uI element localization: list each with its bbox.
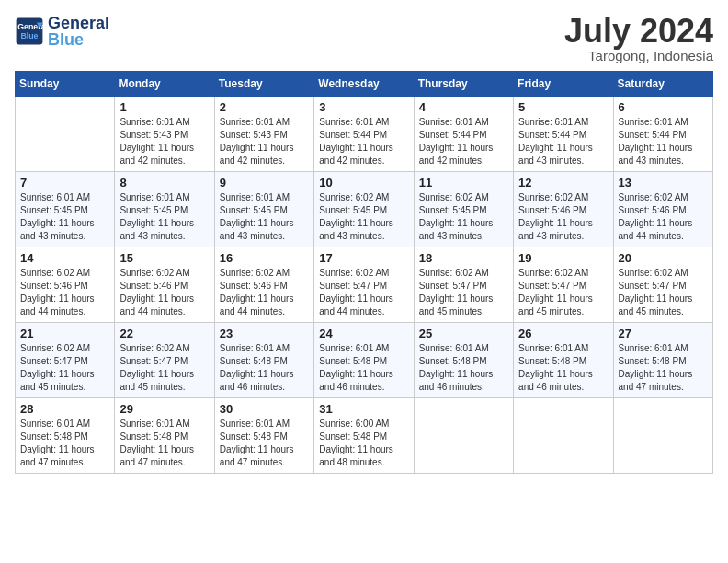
calendar-cell: 5Sunrise: 6:01 AM Sunset: 5:44 PM Daylig… [514,97,613,172]
weekday-header-row: SundayMondayTuesdayWednesdayThursdayFrid… [16,72,713,97]
day-number: 5 [518,100,608,114]
day-number: 16 [220,251,309,265]
weekday-header-friday: Friday [514,72,613,97]
calendar-cell: 12Sunrise: 6:02 AM Sunset: 5:46 PM Dayli… [514,172,613,247]
day-info: Sunrise: 6:01 AM Sunset: 5:48 PM Dayligh… [419,342,508,394]
logo-icon: General Blue [15,17,44,46]
day-number: 25 [419,327,508,340]
calendar-week-row: 1Sunrise: 6:01 AM Sunset: 5:43 PM Daylig… [16,97,713,172]
day-info: Sunrise: 6:01 AM Sunset: 5:48 PM Dayligh… [220,342,309,394]
calendar-cell: 13Sunrise: 6:02 AM Sunset: 5:46 PM Dayli… [613,172,712,247]
logo: General Blue General Blue [15,15,109,48]
calendar-cell: 21Sunrise: 6:02 AM Sunset: 5:47 PM Dayli… [16,323,115,398]
weekday-header-thursday: Thursday [414,72,513,97]
calendar-cell: 4Sunrise: 6:01 AM Sunset: 5:44 PM Daylig… [414,97,513,172]
calendar-cell: 31Sunrise: 6:00 AM Sunset: 5:48 PM Dayli… [314,398,414,474]
calendar-cell: 6Sunrise: 6:01 AM Sunset: 5:44 PM Daylig… [613,97,712,172]
day-info: Sunrise: 6:02 AM Sunset: 5:46 PM Dayligh… [119,267,209,318]
weekday-header-monday: Monday [115,72,214,97]
day-number: 3 [319,100,408,114]
calendar-cell [16,97,115,172]
day-info: Sunrise: 6:02 AM Sunset: 5:46 PM Dayligh… [518,191,608,243]
day-number: 20 [619,251,708,265]
logo-text: General Blue [48,15,109,48]
title-area: July 2024 Tarogong, Indonesia [564,15,713,63]
calendar-week-row: 14Sunrise: 6:02 AM Sunset: 5:46 PM Dayli… [16,247,713,323]
day-number: 27 [619,327,708,340]
calendar-cell: 14Sunrise: 6:02 AM Sunset: 5:46 PM Dayli… [16,247,115,323]
day-info: Sunrise: 6:01 AM Sunset: 5:44 PM Dayligh… [518,116,608,167]
calendar-cell: 20Sunrise: 6:02 AM Sunset: 5:47 PM Dayli… [613,247,712,323]
calendar-cell: 18Sunrise: 6:02 AM Sunset: 5:47 PM Dayli… [414,247,513,323]
day-info: Sunrise: 6:02 AM Sunset: 5:45 PM Dayligh… [319,191,408,243]
calendar-week-row: 21Sunrise: 6:02 AM Sunset: 5:47 PM Dayli… [16,323,713,398]
svg-text:Blue: Blue [20,31,38,40]
calendar-cell: 27Sunrise: 6:01 AM Sunset: 5:48 PM Dayli… [613,323,712,398]
day-info: Sunrise: 6:02 AM Sunset: 5:46 PM Dayligh… [220,267,309,318]
calendar-cell [414,398,513,474]
weekday-header-wednesday: Wednesday [314,72,414,97]
day-number: 30 [220,402,309,416]
day-info: Sunrise: 6:02 AM Sunset: 5:47 PM Dayligh… [20,342,109,394]
day-number: 28 [20,402,109,416]
day-number: 13 [619,176,708,190]
day-number: 6 [619,100,708,114]
calendar-week-row: 28Sunrise: 6:01 AM Sunset: 5:48 PM Dayli… [16,398,713,474]
weekday-header-tuesday: Tuesday [214,72,313,97]
day-number: 2 [220,100,309,114]
day-number: 19 [518,251,608,265]
calendar-cell: 8Sunrise: 6:01 AM Sunset: 5:45 PM Daylig… [115,172,214,247]
calendar-cell: 23Sunrise: 6:01 AM Sunset: 5:48 PM Dayli… [214,323,313,398]
day-number: 10 [319,176,408,190]
day-info: Sunrise: 6:01 AM Sunset: 5:48 PM Dayligh… [518,342,608,394]
day-number: 8 [119,176,209,190]
day-number: 12 [518,176,608,190]
calendar-cell: 3Sunrise: 6:01 AM Sunset: 5:44 PM Daylig… [314,97,414,172]
day-number: 22 [119,327,209,340]
location-subtitle: Tarogong, Indonesia [564,48,713,63]
day-info: Sunrise: 6:02 AM Sunset: 5:47 PM Dayligh… [619,267,708,318]
calendar-cell: 30Sunrise: 6:01 AM Sunset: 5:48 PM Dayli… [214,398,313,474]
calendar-cell: 7Sunrise: 6:01 AM Sunset: 5:45 PM Daylig… [16,172,115,247]
day-info: Sunrise: 6:01 AM Sunset: 5:48 PM Dayligh… [619,342,708,394]
day-info: Sunrise: 6:02 AM Sunset: 5:46 PM Dayligh… [619,191,708,243]
day-number: 31 [319,402,408,416]
day-info: Sunrise: 6:01 AM Sunset: 5:48 PM Dayligh… [319,342,408,394]
day-number: 11 [419,176,508,190]
calendar-cell: 19Sunrise: 6:02 AM Sunset: 5:47 PM Dayli… [514,247,613,323]
day-info: Sunrise: 6:01 AM Sunset: 5:48 PM Dayligh… [20,418,109,469]
day-number: 17 [319,251,408,265]
weekday-header-saturday: Saturday [613,72,712,97]
calendar-table: SundayMondayTuesdayWednesdayThursdayFrid… [15,71,713,474]
day-info: Sunrise: 6:02 AM Sunset: 5:45 PM Dayligh… [419,191,508,243]
day-info: Sunrise: 6:01 AM Sunset: 5:45 PM Dayligh… [20,191,109,243]
day-info: Sunrise: 6:02 AM Sunset: 5:47 PM Dayligh… [119,342,209,394]
calendar-cell: 17Sunrise: 6:02 AM Sunset: 5:47 PM Dayli… [314,247,414,323]
calendar-cell: 22Sunrise: 6:02 AM Sunset: 5:47 PM Dayli… [115,323,214,398]
day-number: 15 [119,251,209,265]
day-info: Sunrise: 6:02 AM Sunset: 5:47 PM Dayligh… [419,267,508,318]
header: General Blue General Blue July 2024 Taro… [15,15,713,63]
calendar-cell: 15Sunrise: 6:02 AM Sunset: 5:46 PM Dayli… [115,247,214,323]
day-info: Sunrise: 6:01 AM Sunset: 5:43 PM Dayligh… [220,116,309,167]
day-number: 18 [419,251,508,265]
calendar-cell: 9Sunrise: 6:01 AM Sunset: 5:45 PM Daylig… [214,172,313,247]
day-info: Sunrise: 6:01 AM Sunset: 5:43 PM Dayligh… [119,116,209,167]
day-number: 26 [518,327,608,340]
day-info: Sunrise: 6:02 AM Sunset: 5:46 PM Dayligh… [20,267,109,318]
calendar-cell: 16Sunrise: 6:02 AM Sunset: 5:46 PM Dayli… [214,247,313,323]
month-title: July 2024 [564,15,713,48]
day-number: 14 [20,251,109,265]
calendar-week-row: 7Sunrise: 6:01 AM Sunset: 5:45 PM Daylig… [16,172,713,247]
day-number: 7 [20,176,109,190]
day-number: 21 [20,327,109,340]
day-number: 23 [220,327,309,340]
day-info: Sunrise: 6:01 AM Sunset: 5:44 PM Dayligh… [319,116,408,167]
calendar-cell: 10Sunrise: 6:02 AM Sunset: 5:45 PM Dayli… [314,172,414,247]
day-info: Sunrise: 6:01 AM Sunset: 5:44 PM Dayligh… [619,116,708,167]
day-info: Sunrise: 6:02 AM Sunset: 5:47 PM Dayligh… [518,267,608,318]
calendar-cell [514,398,613,474]
calendar-cell: 1Sunrise: 6:01 AM Sunset: 5:43 PM Daylig… [115,97,214,172]
calendar-cell: 11Sunrise: 6:02 AM Sunset: 5:45 PM Dayli… [414,172,513,247]
day-info: Sunrise: 6:01 AM Sunset: 5:48 PM Dayligh… [119,418,209,469]
